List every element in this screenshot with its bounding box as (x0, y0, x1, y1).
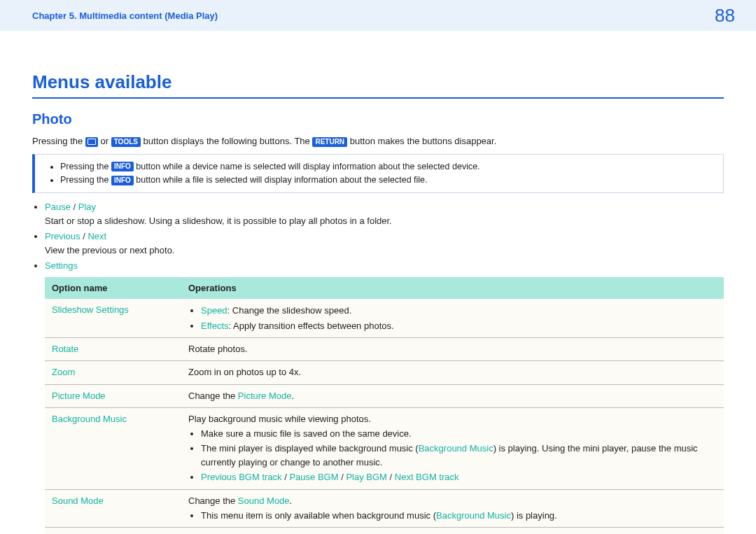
intro-paragraph: Pressing the or TOOLS button displays th… (32, 134, 724, 148)
link-sound-mode: Sound Mode (238, 496, 290, 506)
cell-operations: Play background music while viewing phot… (181, 407, 724, 489)
op-item: This menu item is only available when ba… (201, 508, 717, 524)
header-band: Chapter 5. Multimedia content (Media Pla… (0, 0, 756, 31)
label-settings: Settings (45, 260, 78, 271)
feature-desc: Start or stop a slideshow. Using a slide… (45, 216, 392, 226)
table-row: Select Speakers Select a speaker that wi… (45, 528, 724, 534)
chapter-label: Chapter 5. Multimedia content (Media Pla… (32, 10, 218, 21)
label-next-bgm: Next BGM track (395, 472, 459, 482)
op-item: Speed: Change the slideshow speed. (201, 303, 717, 318)
page-body: Menus available Photo Pressing the or TO… (0, 31, 756, 534)
op-item: The mini player is displayed while backg… (201, 441, 717, 470)
cell-option-name: Zoom (45, 361, 181, 384)
link-background-music: Background Music (436, 510, 511, 521)
info-text: button while a device name is selected w… (136, 162, 479, 171)
label-prev-bgm: Previous BGM track (201, 472, 282, 482)
info-text: button while a file is selected will dis… (136, 175, 427, 185)
table-row: Rotate Rotate photos. (45, 338, 724, 361)
feature-item-pause-play: Pause / Play Start or stop a slideshow. … (45, 200, 724, 227)
intro-text: button displays the following buttons. T… (144, 136, 313, 146)
op-item: Make sure a music file is saved on the s… (201, 426, 717, 442)
section-heading: Photo (32, 111, 724, 127)
op-lead: Play background music while viewing phot… (188, 412, 717, 426)
op-item: Effects: Apply transition effects betwee… (201, 318, 717, 334)
feature-item-prev-next: Previous / Next View the previous or nex… (45, 230, 724, 257)
label-play: Play (78, 202, 96, 212)
label-effects: Effects (201, 321, 229, 331)
cell-option-name: Background Music (45, 407, 181, 489)
label-pause-bgm: Pause BGM (289, 472, 338, 482)
cell-operations: Change the Sound Mode. This menu item is… (181, 489, 724, 528)
op-text: : Apply transition effects between photo… (229, 321, 394, 331)
return-chip: RETURN (312, 137, 347, 147)
info-chip: INFO (111, 162, 134, 171)
page-title: Menus available (32, 71, 724, 93)
intro-text: Pressing the (32, 136, 85, 146)
op-item: Previous BGM track / Pause BGM / Play BG… (201, 470, 717, 485)
slash-sep: / (74, 202, 78, 212)
link-picture-mode: Picture Mode (238, 391, 292, 401)
info-text: Pressing the (60, 162, 111, 171)
intro-text: or (101, 136, 111, 146)
th-option-name: Option name (45, 277, 181, 300)
cell-operations: Rotate photos. (181, 338, 724, 361)
cell-option-name: Slideshow Settings (45, 299, 181, 338)
info-text: Pressing the (60, 175, 111, 185)
table-row: Slideshow Settings Speed: Change the sli… (45, 299, 724, 338)
label-pause: Pause (45, 202, 71, 212)
op-text: ) is playing. (511, 510, 557, 521)
cell-option-name: Select Speakers (45, 528, 181, 534)
page-number: 88 (715, 5, 735, 27)
op-text: Change the (188, 391, 238, 401)
op-text: : Change the slideshow speed. (227, 305, 352, 316)
cell-operations: Speed: Change the slideshow speed. Effec… (181, 299, 724, 338)
intro-text: button makes the buttons disappear. (350, 136, 497, 146)
info-chip: INFO (111, 176, 134, 185)
op-text: This menu item is only available when ba… (201, 510, 436, 521)
feature-list: Pause / Play Start or stop a slideshow. … (32, 200, 724, 534)
table-row: Sound Mode Change the Sound Mode. This m… (45, 489, 724, 528)
cell-option-name: Rotate (45, 338, 181, 361)
tools-chip: TOOLS (111, 137, 141, 147)
cell-operations: Zoom in on photos up to 4x. (181, 361, 724, 384)
info-line: Pressing the INFO button while a file is… (60, 174, 713, 187)
label-previous: Previous (45, 231, 80, 241)
th-operations: Operations (181, 277, 724, 300)
slash-sep: / (390, 472, 395, 482)
table-row: Picture Mode Change the Picture Mode. (45, 384, 724, 407)
heading-rule (32, 97, 724, 99)
label-next: Next (88, 231, 106, 241)
op-text: . (290, 496, 293, 506)
display-icon (85, 137, 98, 147)
link-background-music: Background Music (419, 443, 493, 454)
feature-desc: View the previous or next photo. (45, 245, 175, 255)
table-row: Zoom Zoom in on photos up to 4x. (45, 361, 724, 384)
settings-table: Option name Operations Slideshow Setting… (45, 277, 724, 534)
cell-operations: Change the Picture Mode. (181, 384, 724, 407)
op-text: Change the (188, 496, 238, 506)
op-text: The mini player is displayed while backg… (201, 443, 419, 454)
cell-operations: Select a speaker that will output the ba… (181, 528, 724, 534)
info-line: Pressing the INFO button while a device … (60, 160, 713, 174)
table-row: Background Music Play background music w… (45, 407, 724, 489)
label-speed: Speed (201, 305, 227, 316)
info-callout: Pressing the INFO button while a device … (32, 154, 724, 194)
op-text: . (291, 391, 294, 401)
cell-option-name: Sound Mode (45, 489, 181, 528)
cell-option-name: Picture Mode (45, 384, 181, 407)
label-play-bgm: Play BGM (346, 472, 387, 482)
feature-item-settings: Settings Option name Operations Slidesho… (45, 259, 724, 534)
